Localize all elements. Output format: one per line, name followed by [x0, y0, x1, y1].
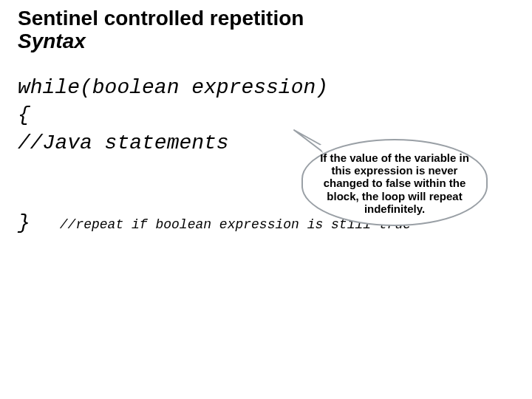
callout-bubble: If the value of the variable in this exp…	[301, 139, 488, 226]
title-line-2: Syntax	[18, 30, 514, 53]
callout-text: If the value of the variable in this exp…	[313, 151, 476, 215]
code-close-brace: }	[18, 209, 30, 237]
slide: Sentinel controlled repetition Syntax wh…	[0, 0, 532, 399]
title-line-1: Sentinel controlled repetition	[18, 7, 514, 30]
code-line-open-brace: {	[18, 101, 514, 129]
code-line-while: while(boolean expression)	[18, 74, 514, 102]
slide-title: Sentinel controlled repetition Syntax	[18, 7, 514, 53]
